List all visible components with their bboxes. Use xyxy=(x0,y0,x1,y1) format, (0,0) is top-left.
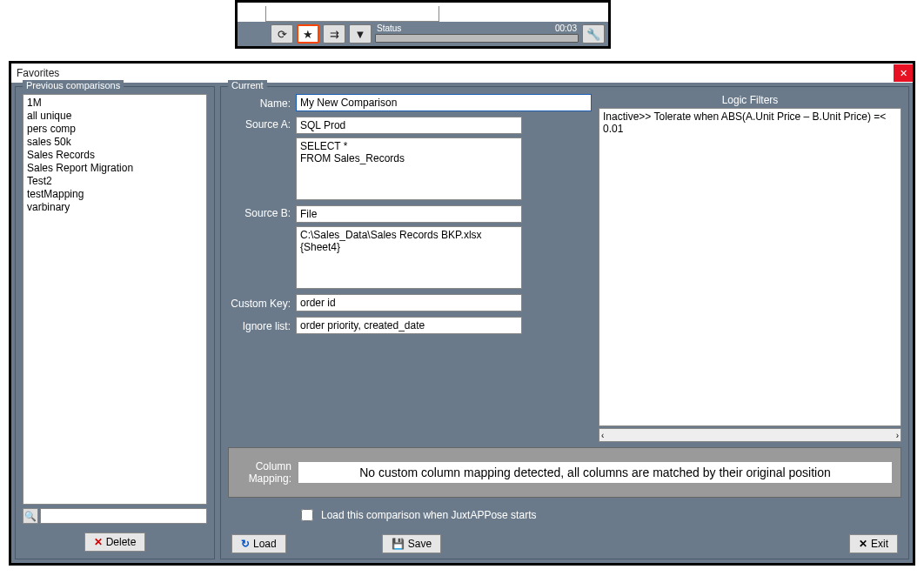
delete-icon: ✕ xyxy=(94,536,103,548)
custom-key-input[interactable] xyxy=(296,294,522,311)
titlebar: Favorites ✕ xyxy=(11,64,913,83)
source-a-label: Source A: xyxy=(228,117,291,131)
column-mapping-text: No custom column mapping detected, all c… xyxy=(298,462,892,483)
exit-label: Exit xyxy=(871,538,888,550)
delete-button[interactable]: ✕ Delete xyxy=(84,532,146,552)
logic-filters-header: Logic Filters xyxy=(599,94,901,108)
current-group: Current Name: Source A: SELECT * FROM Sa… xyxy=(220,86,909,559)
map-button[interactable]: ⇉ xyxy=(323,24,345,44)
scroll-left-icon[interactable]: ‹ xyxy=(601,431,604,440)
status-area: Status 00:03 xyxy=(375,23,579,44)
source-a-conn[interactable] xyxy=(296,117,522,134)
list-item[interactable]: 1M xyxy=(27,97,203,110)
exit-button[interactable]: ✕ Exit xyxy=(849,534,898,553)
dialog-title: Favorites xyxy=(17,67,59,79)
save-icon: 💾 xyxy=(392,538,405,550)
column-mapping-panel: Column Mapping: No custom column mapping… xyxy=(228,447,901,498)
exit-icon: ✕ xyxy=(859,538,867,550)
top-toolbar: ⟳ ★ ⇉ ▼ Status 00:03 🔧 xyxy=(235,0,611,49)
ignore-list-input[interactable] xyxy=(296,317,522,334)
name-input[interactable] xyxy=(296,94,592,111)
column-mapping-label: Column Mapping: xyxy=(238,460,291,485)
status-progressbar xyxy=(375,34,579,43)
favorites-dialog: Favorites ✕ Previous comparisons 1Mall u… xyxy=(9,61,915,566)
previous-comparisons-group: Previous comparisons 1Mall uniquepers co… xyxy=(15,86,215,559)
load-on-start-label: Load this comparison when JuxtAPPose sta… xyxy=(321,509,536,521)
list-item[interactable]: pers comp xyxy=(27,123,203,136)
search-input[interactable] xyxy=(40,508,207,524)
list-item[interactable]: Test2 xyxy=(27,175,203,188)
search-icon[interactable]: 🔍 xyxy=(23,508,38,524)
load-icon: ↻ xyxy=(241,538,250,550)
list-item[interactable]: all unique xyxy=(27,110,203,123)
list-item[interactable]: sales 50k xyxy=(27,136,203,149)
ignore-list-label: Ignore list: xyxy=(228,318,291,332)
load-on-start-checkbox[interactable] xyxy=(301,509,313,521)
favorites-button[interactable]: ★ xyxy=(297,24,319,44)
partial-panel xyxy=(265,6,439,22)
logic-scrollbar[interactable]: ‹ › xyxy=(599,428,901,442)
logic-filters-box[interactable]: Inactive>> Tolerate when ABS(A.Unit Pric… xyxy=(599,108,901,426)
previous-group-title: Previous comparisons xyxy=(23,80,124,90)
source-a-query[interactable]: SELECT * FROM Sales_Records xyxy=(296,137,522,200)
list-item[interactable]: testMapping xyxy=(27,188,203,201)
previous-list[interactable]: 1Mall uniquepers compsales 50kSales Reco… xyxy=(23,94,207,505)
custom-key-label: Custom Key: xyxy=(228,296,291,310)
source-b-conn[interactable] xyxy=(296,205,522,223)
list-item[interactable]: varbinary xyxy=(27,201,203,214)
refresh-button[interactable]: ⟳ xyxy=(271,24,293,44)
status-label: Status xyxy=(377,23,401,34)
list-item[interactable]: Sales Records xyxy=(27,149,203,162)
list-item[interactable]: Sales Report Migration xyxy=(27,162,203,175)
current-group-title: Current xyxy=(228,80,267,90)
save-button[interactable]: 💾 Save xyxy=(382,534,441,553)
status-time: 00:03 xyxy=(555,23,577,34)
save-label: Save xyxy=(408,538,432,550)
delete-label: Delete xyxy=(106,536,137,548)
source-b-path[interactable]: C:\Sales_Data\Sales Records BKP.xlsx {Sh… xyxy=(296,226,522,289)
source-b-label: Source B: xyxy=(228,205,291,219)
load-button[interactable]: ↻ Load xyxy=(231,534,286,553)
load-label: Load xyxy=(253,538,277,550)
settings-button[interactable]: 🔧 xyxy=(582,24,605,44)
name-label: Name: xyxy=(228,96,291,110)
filter-button[interactable]: ▼ xyxy=(349,24,372,44)
scroll-right-icon[interactable]: › xyxy=(896,431,899,440)
close-button[interactable]: ✕ xyxy=(894,64,913,82)
